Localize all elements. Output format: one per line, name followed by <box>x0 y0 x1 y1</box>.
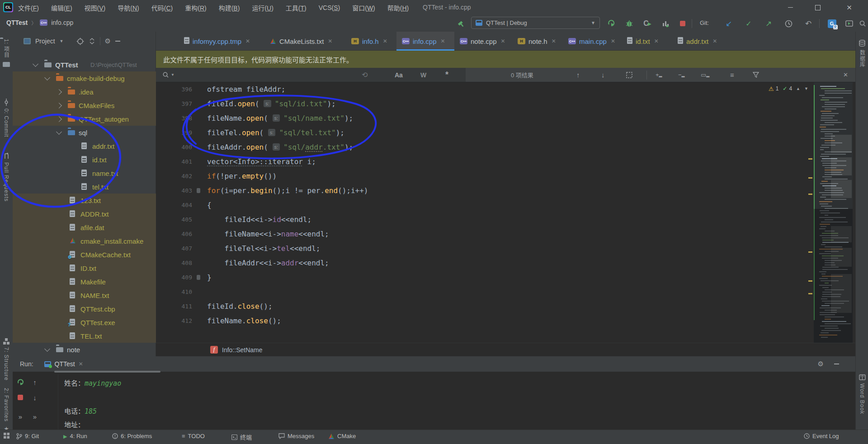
tree-item-addr.txt[interactable]: addr.txt <box>13 139 156 153</box>
previous-occurrence-icon[interactable]: ↑ <box>576 68 580 82</box>
hide-run-panel-icon[interactable] <box>834 364 839 364</box>
run-tab-scrollbar[interactable] <box>54 371 160 373</box>
menu-item-5[interactable]: 重构(R) <box>185 3 206 12</box>
rerun-button[interactable] <box>15 377 25 387</box>
warning-mark[interactable] <box>808 251 812 253</box>
tab-addr.txt[interactable]: addr.txt✕ <box>672 32 730 51</box>
code-line-406[interactable]: 406 fileName<<i->name<<endl; <box>156 227 814 241</box>
stripe-item-word-book[interactable]: Word Book <box>856 374 868 414</box>
warning-mark[interactable] <box>808 280 812 282</box>
collapse-all-icon[interactable] <box>89 38 95 45</box>
breadcrumb-file[interactable]: info.cpp <box>51 19 73 26</box>
close-tab-icon[interactable]: ✕ <box>611 38 615 44</box>
toolwindow-button-终端[interactable]: 终端 <box>231 433 252 441</box>
close-run-tab-icon[interactable]: ✕ <box>79 361 83 367</box>
code-line-398[interactable]: 398fileName.open( s:"sql/name.txt"); <box>156 111 814 126</box>
git-push-icon[interactable]: ↗ <box>763 18 774 29</box>
chevron-expanded-icon[interactable] <box>56 129 62 135</box>
close-button[interactable]: ✕ <box>839 0 859 15</box>
menu-item-1[interactable]: 编辑(E) <box>51 3 72 12</box>
stripe-item-0-commit[interactable]: 0: Commit <box>0 99 13 137</box>
inspections-widget[interactable]: ⚠ 1 ✓ 4 ▲ ▼ <box>769 84 808 93</box>
down-stack-trace-icon[interactable]: ↓ <box>30 392 40 402</box>
minimize-button[interactable] <box>780 0 801 15</box>
close-tab-icon[interactable]: ✕ <box>383 38 387 44</box>
tab-main.cpp[interactable]: C++main.cpp✕ <box>563 32 622 51</box>
tree-item-tel.txt[interactable]: TEL.txt <box>13 329 156 343</box>
toolwindow-toggle-icon[interactable] <box>4 433 9 439</box>
error-stripe[interactable] <box>807 82 814 343</box>
tree-item-name.txt[interactable]: NAME.txt <box>13 288 156 302</box>
project-panel-title[interactable]: Project <box>35 38 55 45</box>
menu-item-8[interactable]: 工具(T) <box>286 3 307 12</box>
match-case-toggle[interactable]: Aa <box>395 68 403 82</box>
close-tab-icon[interactable]: ✕ <box>501 38 505 44</box>
chevron-collapsed-icon[interactable] <box>56 116 62 122</box>
code-minimap[interactable] <box>814 82 853 343</box>
up-stack-trace-icon[interactable]: ↑ <box>30 377 40 387</box>
code-line-408[interactable]: 408 fileAddr<<i->addr<<endl; <box>156 256 814 270</box>
debug-button[interactable] <box>624 18 635 29</box>
tab-info.h[interactable]: Hinfo.h✕ <box>346 32 396 51</box>
code-line-407[interactable]: 407 fileTel<<i->tel<<endl; <box>156 241 814 256</box>
hide-panel-icon[interactable] <box>115 41 120 42</box>
more-actions-icon[interactable]: » <box>30 411 40 421</box>
code-line-396[interactable]: 396ofstream fileAddr; <box>156 82 814 97</box>
close-tab-icon[interactable]: ✕ <box>552 38 556 44</box>
menu-item-2[interactable]: 视图(V) <box>85 3 106 12</box>
next-occurrence-icon[interactable]: ↓ <box>601 68 605 82</box>
tab-note.cpp[interactable]: C++note.cpp✕ <box>454 32 512 51</box>
prev-problem-icon[interactable]: ▲ <box>796 86 800 91</box>
tree-item-123.txt[interactable]: 123.txt <box>13 194 156 207</box>
menu-item-7[interactable]: 运行(U) <box>252 3 273 12</box>
close-tab-icon[interactable]: ✕ <box>654 38 659 44</box>
close-tab-icon[interactable]: ✕ <box>712 38 717 44</box>
add-selection-icon[interactable]: +▂ <box>656 68 662 82</box>
locate-file-icon[interactable] <box>76 38 84 45</box>
run-configuration-select[interactable]: QTTest | Debug ▼ <box>471 17 600 29</box>
code-line-401[interactable]: 401vector<Info>::iterator i; <box>156 155 814 169</box>
tab-note.h[interactable]: Hnote.h✕ <box>512 32 563 51</box>
gear-icon[interactable]: ⚙ <box>105 37 111 45</box>
tree-item-.idea[interactable]: .idea <box>13 85 156 99</box>
chevron-collapsed-icon[interactable] <box>56 89 62 95</box>
chevron-down-icon[interactable]: ▼ <box>60 39 64 43</box>
stop-process-button[interactable] <box>15 392 25 402</box>
words-toggle[interactable]: W <box>420 68 426 82</box>
code-line-411[interactable]: 411fileId.close(); <box>156 299 814 314</box>
tab-id.txt[interactable]: id.txt✕ <box>622 32 672 51</box>
tree-item-name.txt[interactable]: name.txt <box>13 166 156 180</box>
maximize-button[interactable] <box>807 0 828 15</box>
toolwindow-button-4-run[interactable]: ▶4: Run <box>63 433 87 439</box>
run-tab[interactable]: QTTest ✕ <box>40 356 88 372</box>
toolwindow-button-cmake[interactable]: CMake <box>328 433 356 439</box>
warning-mark[interactable] <box>808 177 812 179</box>
toolwindow-button-todo[interactable]: ≡TODO <box>182 433 205 439</box>
search-icon[interactable]: ▼ <box>162 68 175 82</box>
code-line-410[interactable]: 410 <box>156 285 814 299</box>
filter-funnel-icon[interactable] <box>753 68 759 82</box>
code-line-400[interactable]: 400fileAddr.open( s:"sql/addr.txt"); <box>156 140 814 155</box>
toolwindow-button-event-log[interactable]: Event Log <box>804 433 839 439</box>
tree-item-qttest[interactable]: QTTestD:\Project\QTTest <box>13 58 156 71</box>
code-line-397[interactable]: 397fileId.open( s:"sql/id.txt"); <box>156 97 814 111</box>
tree-item-addr.txt[interactable]: ADDR.txt <box>13 207 156 221</box>
search-history-icon[interactable]: ⟲ <box>362 68 368 82</box>
search-input[interactable] <box>183 68 355 82</box>
tree-item-qttest.cbp[interactable]: QTTest.cbp <box>13 302 156 316</box>
menu-item-10[interactable]: 窗口(W) <box>352 3 375 12</box>
code-line-403[interactable]: 403for(i=per.begin();i != per.end();i++) <box>156 184 814 198</box>
code-line-399[interactable]: 399fileTel.open( s:"sql/tel.txt"); <box>156 126 814 140</box>
regex-toggle[interactable]: * <box>445 68 448 82</box>
tree-item-cmake-install.cmake[interactable]: cmake_install.cmake <box>13 234 156 248</box>
close-search-icon[interactable]: ✕ <box>843 68 848 82</box>
remove-selection-icon[interactable]: −▂ <box>678 68 685 82</box>
tab-info.cpp[interactable]: C++info.cpp✕ <box>396 32 454 51</box>
close-tab-icon[interactable]: ✕ <box>441 38 445 44</box>
menu-item-11[interactable]: 帮助(H) <box>387 3 409 12</box>
tree-item-id.txt[interactable]: id.txt <box>13 153 156 166</box>
tree-item-afile.dat[interactable]: afile.dat <box>13 221 156 234</box>
menu-item-9[interactable]: VCS(S) <box>319 4 340 11</box>
warning-mark[interactable] <box>808 194 812 195</box>
stop-button[interactable] <box>677 18 688 29</box>
